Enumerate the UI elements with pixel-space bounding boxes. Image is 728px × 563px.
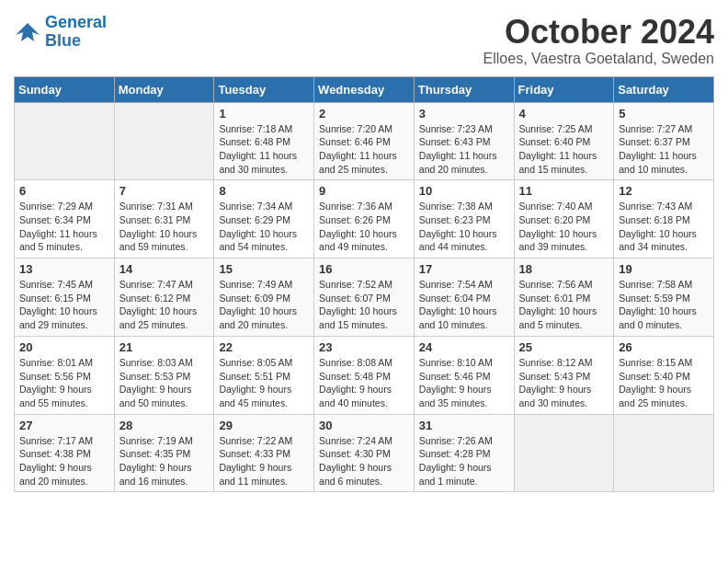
day-info: Sunrise: 7:45 AM Sunset: 6:15 PM Dayligh… [19,278,109,332]
day-info: Sunrise: 7:47 AM Sunset: 6:12 PM Dayligh… [119,278,210,332]
day-number: 21 [119,340,210,354]
day-info: Sunrise: 7:22 AM Sunset: 4:33 PM Dayligh… [219,434,309,488]
day-number: 13 [19,262,109,276]
day-number: 31 [419,419,509,432]
day-number: 17 [419,262,509,276]
day-info: Sunrise: 7:49 AM Sunset: 6:09 PM Dayligh… [219,278,309,332]
day-info: Sunrise: 7:56 AM Sunset: 6:01 PM Dayligh… [519,278,609,332]
calendar-cell [114,102,214,180]
day-header-wednesday: Wednesday [314,76,415,102]
day-info: Sunrise: 7:52 AM Sunset: 6:07 PM Dayligh… [319,278,409,332]
day-info: Sunrise: 7:19 AM Sunset: 4:35 PM Dayligh… [119,434,210,488]
day-header-friday: Friday [514,76,614,102]
week-row-3: 13Sunrise: 7:45 AM Sunset: 6:15 PM Dayli… [15,259,714,337]
day-number: 6 [19,184,109,198]
calendar-cell: 7Sunrise: 7:31 AM Sunset: 6:31 PM Daylig… [114,180,214,259]
calendar-cell: 18Sunrise: 7:56 AM Sunset: 6:01 PM Dayli… [514,259,614,337]
calendar-cell: 3Sunrise: 7:23 AM Sunset: 6:43 PM Daylig… [414,102,514,180]
day-info: Sunrise: 7:31 AM Sunset: 6:31 PM Dayligh… [119,200,210,254]
day-number: 30 [319,419,409,432]
week-row-2: 6Sunrise: 7:29 AM Sunset: 6:34 PM Daylig… [15,180,714,259]
calendar-cell: 24Sunrise: 8:10 AM Sunset: 5:46 PM Dayli… [414,336,514,414]
day-info: Sunrise: 7:36 AM Sunset: 6:26 PM Dayligh… [319,200,409,254]
calendar-cell: 27Sunrise: 7:17 AM Sunset: 4:38 PM Dayli… [15,414,115,492]
day-number: 2 [319,107,409,121]
calendar-cell: 31Sunrise: 7:26 AM Sunset: 4:28 PM Dayli… [414,414,514,492]
calendar-cell: 29Sunrise: 7:22 AM Sunset: 4:33 PM Dayli… [214,414,314,492]
calendar-cell: 1Sunrise: 7:18 AM Sunset: 6:48 PM Daylig… [214,102,314,180]
day-info: Sunrise: 7:58 AM Sunset: 5:59 PM Dayligh… [619,278,709,332]
day-info: Sunrise: 7:24 AM Sunset: 4:30 PM Dayligh… [319,434,409,488]
calendar-cell: 26Sunrise: 8:15 AM Sunset: 5:40 PM Dayli… [614,336,714,414]
day-info: Sunrise: 7:43 AM Sunset: 6:18 PM Dayligh… [619,200,709,254]
day-number: 11 [519,184,609,198]
calendar-cell: 30Sunrise: 7:24 AM Sunset: 4:30 PM Dayli… [314,414,415,492]
day-info: Sunrise: 8:10 AM Sunset: 5:46 PM Dayligh… [419,356,509,410]
day-number: 4 [519,107,609,121]
calendar-cell: 13Sunrise: 7:45 AM Sunset: 6:15 PM Dayli… [15,259,115,337]
logo-line2: Blue [45,31,81,50]
day-number: 28 [119,419,210,432]
logo: General Blue [14,14,107,51]
day-header-tuesday: Tuesday [214,76,314,102]
calendar-cell: 19Sunrise: 7:58 AM Sunset: 5:59 PM Dayli… [614,259,714,337]
logo-text: General Blue [45,14,107,51]
day-number: 15 [219,262,309,276]
day-number: 8 [219,184,309,198]
day-number: 25 [519,340,609,354]
calendar-cell: 6Sunrise: 7:29 AM Sunset: 6:34 PM Daylig… [15,180,115,259]
day-info: Sunrise: 7:40 AM Sunset: 6:20 PM Dayligh… [519,200,609,254]
calendar-cell: 12Sunrise: 7:43 AM Sunset: 6:18 PM Dayli… [614,180,714,259]
day-number: 27 [19,419,109,432]
day-number: 14 [119,262,210,276]
calendar-cell: 20Sunrise: 8:01 AM Sunset: 5:56 PM Dayli… [15,336,115,414]
calendar-cell [514,414,614,492]
day-info: Sunrise: 7:25 AM Sunset: 6:40 PM Dayligh… [519,122,609,177]
day-info: Sunrise: 8:12 AM Sunset: 5:43 PM Dayligh… [519,356,609,410]
day-header-saturday: Saturday [614,76,714,102]
page-header: General Blue October 2024 Elloes, Vaestr… [14,14,714,67]
calendar-cell: 16Sunrise: 7:52 AM Sunset: 6:07 PM Dayli… [314,259,415,337]
day-info: Sunrise: 7:38 AM Sunset: 6:23 PM Dayligh… [419,200,509,254]
day-number: 5 [619,107,709,121]
calendar-cell: 4Sunrise: 7:25 AM Sunset: 6:40 PM Daylig… [514,102,614,180]
day-info: Sunrise: 8:15 AM Sunset: 5:40 PM Dayligh… [619,356,709,410]
svg-marker-0 [16,23,40,41]
day-header-thursday: Thursday [414,76,514,102]
day-number: 16 [319,262,409,276]
location-subtitle: Elloes, Vaestra Goetaland, Sweden [483,51,714,67]
month-title: October 2024 [483,14,714,51]
week-row-5: 27Sunrise: 7:17 AM Sunset: 4:38 PM Dayli… [15,414,714,492]
day-number: 29 [219,419,309,432]
calendar-cell [614,414,714,492]
day-number: 26 [619,340,709,354]
day-header-monday: Monday [114,76,214,102]
day-number: 10 [419,184,509,198]
day-info: Sunrise: 7:27 AM Sunset: 6:37 PM Dayligh… [619,122,709,177]
day-info: Sunrise: 8:03 AM Sunset: 5:53 PM Dayligh… [119,356,210,410]
day-number: 22 [219,340,309,354]
day-info: Sunrise: 7:54 AM Sunset: 6:04 PM Dayligh… [419,278,509,332]
header-row: SundayMondayTuesdayWednesdayThursdayFrid… [15,76,714,102]
day-info: Sunrise: 7:20 AM Sunset: 6:46 PM Dayligh… [319,122,409,177]
calendar-cell: 14Sunrise: 7:47 AM Sunset: 6:12 PM Dayli… [114,259,214,337]
day-number: 20 [19,340,109,354]
day-info: Sunrise: 8:01 AM Sunset: 5:56 PM Dayligh… [19,356,109,410]
title-block: October 2024 Elloes, Vaestra Goetaland, … [483,14,714,67]
day-number: 3 [419,107,509,121]
calendar-cell: 21Sunrise: 8:03 AM Sunset: 5:53 PM Dayli… [114,336,214,414]
day-info: Sunrise: 8:08 AM Sunset: 5:48 PM Dayligh… [319,356,409,410]
week-row-4: 20Sunrise: 8:01 AM Sunset: 5:56 PM Dayli… [15,336,714,414]
day-number: 7 [119,184,210,198]
calendar-table: SundayMondayTuesdayWednesdayThursdayFrid… [14,76,714,493]
day-info: Sunrise: 7:34 AM Sunset: 6:29 PM Dayligh… [219,200,309,254]
week-row-1: 1Sunrise: 7:18 AM Sunset: 6:48 PM Daylig… [15,102,714,180]
calendar-cell: 11Sunrise: 7:40 AM Sunset: 6:20 PM Dayli… [514,180,614,259]
day-info: Sunrise: 7:18 AM Sunset: 6:48 PM Dayligh… [219,122,309,177]
day-header-sunday: Sunday [15,76,115,102]
calendar-cell: 5Sunrise: 7:27 AM Sunset: 6:37 PM Daylig… [614,102,714,180]
day-number: 19 [619,262,709,276]
day-info: Sunrise: 7:23 AM Sunset: 6:43 PM Dayligh… [419,122,509,177]
calendar-cell: 10Sunrise: 7:38 AM Sunset: 6:23 PM Dayli… [414,180,514,259]
calendar-cell: 8Sunrise: 7:34 AM Sunset: 6:29 PM Daylig… [214,180,314,259]
